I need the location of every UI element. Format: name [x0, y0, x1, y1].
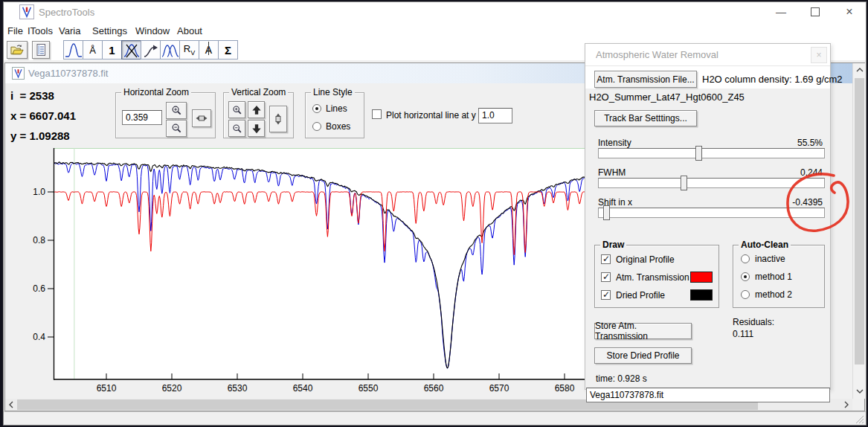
method1-radio-label[interactable]: method 1 [755, 272, 792, 282]
angstrom-button[interactable]: Å [83, 40, 103, 60]
fwhm-value: 0.244 [800, 167, 823, 178]
shift-x-slider[interactable] [598, 208, 825, 218]
hzoom-in-button[interactable] [166, 102, 187, 119]
gaussian-profile-button[interactable] [63, 40, 83, 60]
inactive-radio[interactable] [741, 254, 750, 263]
spectrum-chart[interactable]: 651065206530654065506560657065801.00.80.… [22, 145, 586, 398]
menu-window[interactable]: Window [135, 25, 170, 36]
original-profile-checkbox[interactable] [601, 254, 611, 264]
minimize-button[interactable]: — [770, 4, 792, 19]
vertical-zoom-group: Vertical Zoom [223, 92, 294, 138]
fwhm-slider[interactable] [598, 178, 825, 188]
arrow-down-icon [251, 123, 262, 134]
open-folder-icon [10, 44, 25, 56]
store-dried-profile-button[interactable]: Store Dried Profile [594, 347, 692, 364]
double-gaussian-button[interactable] [160, 40, 180, 60]
plot-hline-checkbox[interactable] [372, 109, 382, 119]
store-atm-transmission-button[interactable]: Store Atm. Transmission [594, 323, 692, 339]
intensity-slider[interactable] [598, 148, 825, 158]
zoom-out-icon [171, 123, 182, 134]
x-tick-label: 6540 [293, 383, 313, 394]
dried-profile-color-swatch[interactable] [690, 289, 713, 301]
menu-file[interactable]: File [7, 25, 23, 36]
rv-glyph: RV [184, 43, 195, 57]
x-tick-label: 6550 [359, 383, 379, 394]
atm-transmission-file-button[interactable]: Atm. Transmission File... [594, 71, 697, 88]
sigma-glyph: Σ [225, 44, 231, 57]
shift-up-button[interactable] [248, 101, 265, 118]
spectrotools-logo-icon [20, 5, 33, 19]
fit-height-button[interactable] [269, 106, 287, 132]
boxes-radio[interactable] [312, 122, 321, 131]
intensity-value: 55.5% [797, 138, 823, 148]
normalize-one-button[interactable]: 1 [102, 40, 122, 60]
horizontal-zoom-input[interactable]: 0.359 [122, 110, 162, 125]
document-icon [12, 67, 25, 80]
boxes-radio-label[interactable]: Boxes [326, 121, 350, 132]
sum-button[interactable]: Σ [218, 40, 238, 60]
atm-transmission-checkbox[interactable] [601, 272, 611, 282]
scroll-up-button[interactable] [853, 64, 866, 76]
fit-curve-icon [142, 42, 160, 59]
clipboard-list-icon [35, 43, 47, 57]
x-tick-label: 6530 [228, 383, 248, 394]
gaussian-profile-icon [65, 42, 83, 59]
shift-down-button[interactable] [248, 120, 265, 137]
lines-radio-label[interactable]: Lines [326, 103, 347, 114]
delete-gaussian-button[interactable] [121, 40, 141, 60]
scroll-left-button[interactable] [5, 399, 17, 411]
resize-grip[interactable] [854, 414, 864, 424]
open-file-button[interactable] [7, 41, 28, 59]
y-tick-label: 0.8 [33, 235, 45, 245]
one-glyph: 1 [109, 44, 115, 57]
arrow-up-icon [251, 105, 262, 115]
horizontal-zoom-title: Horizontal Zoom [121, 87, 191, 97]
method1-radio[interactable] [741, 272, 750, 281]
equivalent-width-button[interactable]: A [199, 40, 219, 60]
trackbar-settings-button[interactable]: Track Bar Setttings... [594, 110, 697, 126]
panel-titlebar[interactable]: Atmospheric Water Removal × [585, 44, 830, 66]
scroll-down-button[interactable] [853, 385, 866, 397]
method2-radio[interactable] [741, 290, 750, 299]
chevron-up-icon [855, 66, 864, 74]
shift-x-slider-thumb[interactable] [603, 205, 610, 220]
vzoom-in-button[interactable] [228, 101, 245, 118]
inactive-radio-label[interactable]: inactive [755, 254, 785, 264]
hzoom-out-button[interactable] [166, 120, 187, 137]
status-bar [4, 411, 866, 425]
time-text: time: 0.928 s [596, 373, 647, 384]
menu-varia[interactable]: Varia [59, 25, 80, 36]
close-button[interactable]: × [838, 4, 861, 19]
radial-velocity-button[interactable]: RV [179, 40, 199, 60]
lines-radio[interactable] [312, 104, 321, 113]
fit-width-icon [196, 113, 208, 123]
x-tick-label: 6570 [489, 383, 509, 394]
panel-close-button[interactable]: × [811, 47, 827, 63]
residuals-label: Residuals: [733, 317, 774, 327]
hline-y-input[interactable]: 1.0 [478, 108, 512, 123]
scroll-right-button[interactable] [840, 399, 852, 411]
line-style-group: Line Style Lines Boxes [305, 92, 364, 138]
menu-about[interactable]: About [177, 25, 202, 36]
vertical-scrollbar[interactable] [852, 63, 865, 399]
dried-profile-checkbox[interactable] [601, 290, 611, 300]
fit-curve-button[interactable] [141, 40, 161, 60]
clipboard-button[interactable] [32, 41, 50, 59]
fwhm-slider-thumb[interactable] [681, 176, 687, 190]
intensity-label: Intensity [598, 138, 631, 148]
x-tick-label: 6580 [555, 383, 575, 394]
readout-row-x: x = 6607.041 [10, 109, 76, 122]
filename-textbox[interactable]: Vega110737878.fit [586, 388, 830, 402]
menu-itools[interactable]: ITools [28, 25, 53, 36]
menu-settings[interactable]: Settings [92, 25, 127, 36]
maximize-button[interactable] [804, 4, 826, 19]
intensity-slider-thumb[interactable] [695, 146, 702, 161]
a-glyph: A [205, 44, 212, 56]
atm-transmission-color-swatch[interactable] [690, 272, 713, 283]
method2-radio-label[interactable]: method 2 [755, 289, 792, 300]
chevron-right-icon [843, 400, 850, 409]
vzoom-out-button[interactable] [228, 120, 245, 137]
fit-width-button[interactable] [192, 109, 211, 127]
panel-title: Atmospheric Water Removal [596, 49, 718, 60]
vertical-scroll-thumb[interactable] [855, 78, 864, 365]
